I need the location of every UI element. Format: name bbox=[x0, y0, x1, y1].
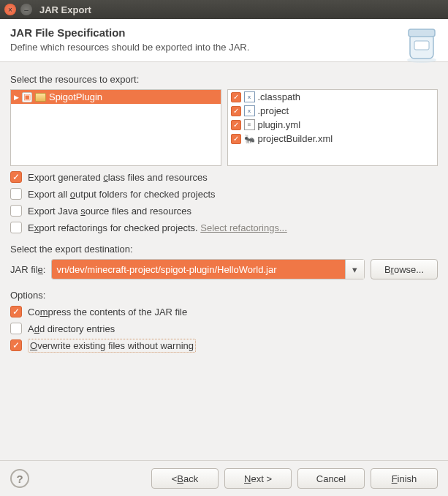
tree-project-row[interactable]: ▶ ▣ SpigotPlugin bbox=[11, 90, 221, 104]
export-option[interactable]: Export generated class files and resourc… bbox=[10, 171, 438, 183]
export-option[interactable]: Export all output folders for checked pr… bbox=[10, 188, 438, 200]
browse-button[interactable]: Browse... bbox=[371, 259, 438, 279]
svg-rect-3 bbox=[414, 41, 429, 50]
file-name: .project bbox=[258, 105, 289, 116]
jar-file-label: JAR file: bbox=[10, 264, 45, 275]
project-checkbox[interactable]: ▣ bbox=[22, 92, 32, 102]
jar-path-input[interactable] bbox=[52, 260, 345, 279]
option-label: Compress the contents of the JAR file bbox=[28, 307, 187, 317]
file-icon: x bbox=[244, 105, 255, 116]
page-subtitle: Define which resources should be exporte… bbox=[10, 42, 438, 53]
file-checkbox[interactable] bbox=[231, 120, 241, 130]
file-row[interactable]: x.project bbox=[228, 104, 438, 118]
export-option[interactable]: Export refactorings for checked projects… bbox=[10, 222, 438, 233]
file-list[interactable]: x.classpathx.project≡plugin.yml🐜projectB… bbox=[227, 89, 438, 166]
option-label: Overwrite existing files without warning bbox=[28, 340, 196, 351]
option-checkbox[interactable] bbox=[10, 171, 22, 183]
titlebar: × – JAR Export bbox=[0, 0, 448, 19]
option-checkbox[interactable] bbox=[10, 306, 22, 317]
file-name: projectBuilder.xml bbox=[258, 133, 333, 144]
next-button[interactable]: Next > bbox=[224, 468, 292, 489]
option-label: Export all output folders for checked pr… bbox=[28, 189, 216, 200]
back-button[interactable]: < Back bbox=[151, 468, 219, 489]
jar-icon bbox=[400, 23, 441, 64]
svg-rect-2 bbox=[409, 29, 435, 37]
option-checkbox[interactable] bbox=[10, 205, 22, 217]
wizard-header: JAR File Specification Define which reso… bbox=[0, 19, 448, 62]
file-checkbox[interactable] bbox=[231, 92, 241, 102]
chevron-down-icon[interactable]: ▾ bbox=[345, 260, 364, 279]
file-checkbox[interactable] bbox=[231, 106, 241, 116]
option-label: Export refactorings for checked projects… bbox=[28, 222, 287, 233]
option-checkbox[interactable] bbox=[10, 323, 22, 334]
project-tree[interactable]: ▶ ▣ SpigotPlugin bbox=[10, 89, 221, 166]
option-label: Export Java source files and resources bbox=[28, 206, 191, 217]
cancel-button[interactable]: Cancel bbox=[297, 468, 365, 489]
file-icon: ≡ bbox=[244, 119, 255, 130]
option-checkbox[interactable] bbox=[10, 339, 22, 351]
option-label: Add directory entries bbox=[28, 323, 115, 334]
wizard-footer: ? < Back Next > Cancel Finish bbox=[0, 460, 448, 496]
option-checkbox[interactable] bbox=[10, 222, 22, 233]
project-name: SpigotPlugin bbox=[49, 91, 102, 102]
file-row[interactable]: ≡plugin.yml bbox=[228, 118, 438, 132]
options-label: Options: bbox=[10, 290, 438, 301]
file-name: plugin.yml bbox=[258, 119, 301, 130]
option-label: Export generated class files and resourc… bbox=[28, 172, 208, 183]
window-title: JAR Export bbox=[39, 4, 91, 15]
file-checkbox[interactable] bbox=[231, 134, 241, 144]
file-icon: x bbox=[244, 91, 255, 102]
destination-label: Select the export destination: bbox=[10, 244, 438, 255]
file-row[interactable]: 🐜projectBuilder.xml bbox=[228, 132, 438, 146]
ant-icon: 🐜 bbox=[244, 134, 255, 144]
finish-button[interactable]: Finish bbox=[371, 468, 438, 489]
help-icon[interactable]: ? bbox=[10, 469, 29, 488]
export-option[interactable]: Export Java source files and resources bbox=[10, 205, 438, 217]
expand-icon[interactable]: ▶ bbox=[14, 94, 19, 101]
jar-option[interactable]: Add directory entries bbox=[10, 323, 438, 334]
file-row[interactable]: x.classpath bbox=[228, 90, 438, 104]
jar-option[interactable]: Overwrite existing files without warning bbox=[10, 339, 438, 351]
resources-label: Select the resources to export: bbox=[10, 74, 438, 85]
jar-path-combo[interactable]: ▾ bbox=[51, 259, 365, 279]
minimize-icon[interactable]: – bbox=[20, 4, 32, 15]
folder-icon bbox=[35, 93, 46, 102]
page-title: JAR File Specification bbox=[10, 26, 438, 39]
close-icon[interactable]: × bbox=[4, 4, 16, 15]
jar-option[interactable]: Compress the contents of the JAR file bbox=[10, 306, 438, 317]
file-name: .classpath bbox=[258, 91, 301, 102]
option-checkbox[interactable] bbox=[10, 188, 22, 200]
refactorings-link[interactable]: Select refactorings... bbox=[200, 222, 287, 233]
